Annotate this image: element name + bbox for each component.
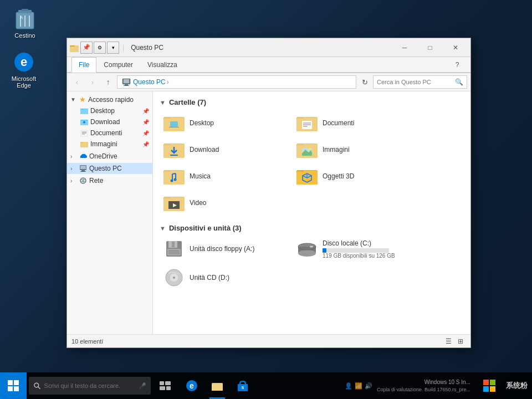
detail-view-btn[interactable]: ⊞ xyxy=(455,336,466,347)
microphone-icon[interactable]: 🎤 xyxy=(139,382,146,390)
svg-text:s: s xyxy=(241,385,244,390)
svg-rect-16 xyxy=(81,130,88,137)
folder-video[interactable]: Video xyxy=(160,191,282,215)
tray-icon-volume[interactable]: 🔊 xyxy=(365,382,372,390)
onedrive-icon xyxy=(79,152,87,160)
device-hdd[interactable]: Disco locale (C:) 119 GB disponibili su … xyxy=(293,237,415,261)
edge-label: Microsoft Edge xyxy=(7,75,41,89)
svg-rect-76 xyxy=(160,386,165,390)
search-icon[interactable]: 🔍 xyxy=(455,78,463,86)
nav-quick-access-label: Accesso rapido xyxy=(88,96,134,104)
up-btn[interactable]: ↑ xyxy=(101,75,115,89)
folder-name-immagini: Immagini xyxy=(323,146,350,154)
svg-rect-56 xyxy=(168,207,180,209)
taskbar-search[interactable]: 🎤 xyxy=(29,377,151,395)
svg-point-72 xyxy=(34,383,39,387)
svg-text:e: e xyxy=(21,55,27,69)
maximize-btn[interactable]: □ xyxy=(417,38,443,57)
svg-point-67 xyxy=(310,246,313,248)
hdd-bar-wrap xyxy=(323,248,389,253)
folder-oggetti3d[interactable]: Oggetti 3D xyxy=(293,164,415,188)
address-path[interactable]: Questo PC › xyxy=(117,75,356,89)
ribbon-pin-btn[interactable]: 📌 xyxy=(80,42,93,54)
nav-section-onedrive: › OneDrive xyxy=(67,151,152,162)
svg-rect-11 xyxy=(124,79,129,83)
search-input[interactable] xyxy=(377,79,455,85)
folder-name-documenti: Documenti xyxy=(323,119,354,127)
folder-documenti[interactable]: Documenti xyxy=(293,111,415,135)
folder-musica[interactable]: Musica xyxy=(160,164,282,188)
brand-text: 系统粉 xyxy=(506,381,528,391)
start-button[interactable] xyxy=(0,372,27,399)
folder-name-desktop: Desktop xyxy=(190,119,214,127)
folders-toggle[interactable]: ▼ xyxy=(160,99,166,106)
devices-toggle[interactable]: ▼ xyxy=(160,225,166,232)
status-bar: 10 elementi ☰ ⊞ xyxy=(67,334,470,347)
nav-item-download[interactable]: Download 📌 xyxy=(67,116,152,127)
taskbar-store[interactable]: s xyxy=(231,372,255,399)
nav-item-desktop[interactable]: Desktop 📌 xyxy=(67,105,152,116)
folder-musica-icon xyxy=(163,167,185,186)
nav-item-quick-access[interactable]: ▼ ★ Accesso rapido xyxy=(67,94,152,105)
device-floppy[interactable]: Unità disco floppy (A:) xyxy=(160,237,282,261)
svg-point-65 xyxy=(298,250,316,257)
svg-point-44 xyxy=(174,178,177,181)
device-cd[interactable]: Unità CD (D:) xyxy=(160,265,282,290)
devices-grid: Unità disco floppy (A:) xyxy=(160,237,464,290)
folder-immagini[interactable]: Immagini xyxy=(293,137,415,162)
list-view-btn[interactable]: ☰ xyxy=(443,336,454,347)
taskbar-right: 👤 📶 🔊 Windows 10 S In... Copia di valuta… xyxy=(345,374,532,398)
nav-item-immagini[interactable]: Immagini 📌 xyxy=(67,139,152,150)
svg-rect-23 xyxy=(81,170,85,171)
folders-section-title: Cartelle (7) xyxy=(169,98,206,106)
tab-file[interactable]: File xyxy=(71,57,96,73)
nav-item-questo-pc[interactable]: › Questo PC xyxy=(67,163,152,174)
forward-btn[interactable]: › xyxy=(86,75,99,89)
ribbon-help-btn[interactable]: ? xyxy=(451,58,464,71)
folder-icon-oggetti3d-wrap xyxy=(296,166,318,186)
svg-rect-62 xyxy=(168,250,180,254)
svg-line-73 xyxy=(38,387,40,389)
nav-section-rete: › Rete xyxy=(67,175,152,186)
taskbar-search-input[interactable] xyxy=(44,382,135,389)
desktop-icon-edge[interactable]: e Microsoft Edge xyxy=(4,49,43,91)
computer-nav-icon xyxy=(79,165,87,172)
properties-btn[interactable]: ⚙ xyxy=(94,42,106,54)
nav-item-onedrive[interactable]: › OneDrive xyxy=(67,151,152,162)
content-area: ▼ Cartelle (7) xyxy=(153,91,470,334)
ms-logo-box xyxy=(477,374,502,398)
svg-rect-12 xyxy=(125,84,128,85)
title-bar: 📌 ⚙ ▾ | Questo PC ─ □ ✕ xyxy=(67,38,470,57)
folder-immagini-icon xyxy=(296,140,318,159)
taskbar-folder-icon xyxy=(211,380,223,392)
refresh-btn[interactable]: ↻ xyxy=(359,76,371,88)
hdd-sub: 119 GB disponibili su 126 GB xyxy=(323,253,395,259)
nav-item-rete[interactable]: › Rete xyxy=(67,175,152,186)
pin-icon-immagini: 📌 xyxy=(142,141,149,147)
tab-visualizza[interactable]: Visualizza xyxy=(140,57,185,73)
windows-logo xyxy=(8,380,19,391)
breadcrumb-questo-pc[interactable]: Questo PC xyxy=(133,78,166,86)
folder-name-oggetti3d: Oggetti 3D xyxy=(323,172,354,180)
svg-rect-60 xyxy=(172,242,175,247)
taskbar-edge[interactable]: e xyxy=(180,372,204,399)
customize-btn[interactable]: ▾ xyxy=(107,42,119,54)
folder-desktop[interactable]: Desktop xyxy=(160,111,282,135)
os-watermark: Windows 10 S In... Copia di valutazione.… xyxy=(377,378,470,393)
taskbar-apps: e s xyxy=(180,372,255,399)
desktop-icon-recycle-bin[interactable]: Cestino xyxy=(6,6,44,41)
tray-icon-network[interactable]: 📶 xyxy=(355,382,362,390)
svg-rect-13 xyxy=(124,85,129,86)
svg-rect-9 xyxy=(70,45,75,47)
explorer-icon xyxy=(69,43,79,53)
tab-computer[interactable]: Computer xyxy=(96,57,140,73)
close-btn[interactable]: ✕ xyxy=(443,38,468,57)
nav-item-documenti[interactable]: Documenti 📌 xyxy=(67,127,152,139)
cd-icon-wrap xyxy=(163,268,185,288)
taskbar-explorer[interactable] xyxy=(205,372,229,399)
back-btn[interactable]: ‹ xyxy=(70,75,84,89)
folder-download[interactable]: Download xyxy=(160,137,282,162)
task-view-btn[interactable] xyxy=(153,372,177,399)
tray-icon-user[interactable]: 👤 xyxy=(345,382,352,390)
minimize-btn[interactable]: ─ xyxy=(392,38,417,57)
